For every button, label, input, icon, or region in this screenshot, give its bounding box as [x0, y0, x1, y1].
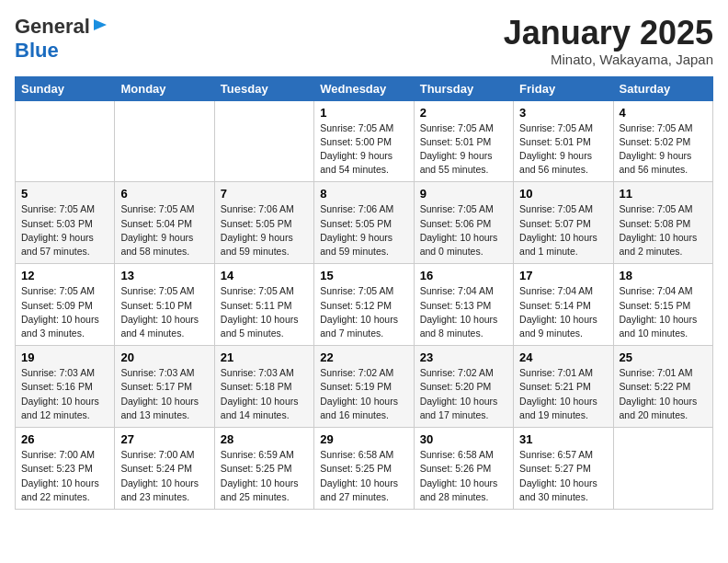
calendar-header-tuesday: Tuesday [214, 76, 313, 100]
day-number: 30 [420, 432, 507, 446]
day-number: 24 [519, 350, 607, 364]
day-info: Sunrise: 7:05 AM Sunset: 5:12 PM Dayligh… [320, 284, 407, 340]
day-number: 25 [620, 350, 707, 364]
day-info: Sunrise: 7:03 AM Sunset: 5:16 PM Dayligh… [21, 366, 108, 422]
day-number: 27 [120, 432, 208, 446]
day-number: 17 [519, 269, 607, 282]
day-info: Sunrise: 7:05 AM Sunset: 5:06 PM Dayligh… [420, 202, 507, 259]
calendar-week-3: 19Sunrise: 7:03 AM Sunset: 5:16 PM Dayli… [16, 346, 713, 428]
calendar-cell: 11Sunrise: 7:05 AM Sunset: 5:08 PM Dayli… [613, 182, 712, 264]
svg-marker-0 [94, 19, 107, 30]
calendar-header-wednesday: Wednesday [314, 76, 414, 100]
calendar-cell: 29Sunrise: 6:58 AM Sunset: 5:25 PM Dayli… [314, 428, 414, 510]
day-info: Sunrise: 7:03 AM Sunset: 5:18 PM Dayligh… [221, 366, 308, 422]
day-info: Sunrise: 7:05 AM Sunset: 5:10 PM Dayligh… [120, 284, 208, 340]
day-number: 29 [320, 432, 407, 446]
day-number: 1 [320, 106, 407, 120]
day-number: 13 [120, 269, 208, 282]
day-info: Sunrise: 7:02 AM Sunset: 5:19 PM Dayligh… [320, 366, 407, 422]
calendar-header-row: SundayMondayTuesdayWednesdayThursdayFrid… [16, 76, 713, 100]
day-info: Sunrise: 7:03 AM Sunset: 5:17 PM Dayligh… [120, 366, 208, 422]
calendar-cell: 9Sunrise: 7:05 AM Sunset: 5:06 PM Daylig… [414, 182, 513, 264]
day-number: 11 [620, 187, 707, 201]
calendar-week-1: 5Sunrise: 7:05 AM Sunset: 5:03 PM Daylig… [16, 182, 713, 264]
calendar-cell [16, 100, 115, 182]
day-info: Sunrise: 7:05 AM Sunset: 5:07 PM Dayligh… [519, 202, 607, 259]
day-info: Sunrise: 7:05 AM Sunset: 5:00 PM Dayligh… [320, 121, 407, 178]
day-number: 22 [320, 350, 407, 364]
day-info: Sunrise: 7:04 AM Sunset: 5:14 PM Dayligh… [519, 284, 607, 340]
day-info: Sunrise: 7:05 AM Sunset: 5:02 PM Dayligh… [620, 121, 707, 178]
day-number: 18 [620, 269, 707, 282]
day-number: 14 [221, 269, 308, 282]
day-number: 5 [21, 187, 108, 201]
day-number: 6 [120, 187, 208, 201]
calendar-cell: 30Sunrise: 6:58 AM Sunset: 5:26 PM Dayli… [414, 428, 513, 510]
day-info: Sunrise: 6:57 AM Sunset: 5:27 PM Dayligh… [519, 448, 607, 504]
calendar-cell: 10Sunrise: 7:05 AM Sunset: 5:07 PM Dayli… [514, 182, 613, 264]
calendar-header-monday: Monday [115, 76, 214, 100]
day-number: 28 [221, 432, 308, 446]
day-number: 23 [420, 350, 507, 364]
calendar-cell: 2Sunrise: 7:05 AM Sunset: 5:01 PM Daylig… [414, 100, 513, 182]
calendar-cell: 24Sunrise: 7:01 AM Sunset: 5:21 PM Dayli… [514, 346, 613, 428]
header: General Blue January 2025 Minato, Wakaya… [15, 15, 713, 67]
calendar-header-friday: Friday [514, 76, 613, 100]
calendar-cell: 19Sunrise: 7:03 AM Sunset: 5:16 PM Dayli… [16, 346, 115, 428]
calendar-week-2: 12Sunrise: 7:05 AM Sunset: 5:09 PM Dayli… [16, 264, 713, 346]
calendar-week-4: 26Sunrise: 7:00 AM Sunset: 5:23 PM Dayli… [16, 428, 713, 510]
calendar-cell: 12Sunrise: 7:05 AM Sunset: 5:09 PM Dayli… [16, 264, 115, 346]
day-info: Sunrise: 7:05 AM Sunset: 5:03 PM Dayligh… [21, 202, 108, 259]
day-info: Sunrise: 7:05 AM Sunset: 5:04 PM Dayligh… [120, 202, 208, 259]
day-info: Sunrise: 7:04 AM Sunset: 5:15 PM Dayligh… [620, 284, 707, 340]
calendar-cell: 6Sunrise: 7:05 AM Sunset: 5:04 PM Daylig… [115, 182, 214, 264]
day-info: Sunrise: 6:58 AM Sunset: 5:25 PM Dayligh… [320, 448, 407, 504]
calendar-cell [613, 428, 712, 510]
logo: General Blue [15, 15, 108, 63]
logo-blue-text: Blue [15, 39, 59, 62]
calendar-cell: 14Sunrise: 7:05 AM Sunset: 5:11 PM Dayli… [214, 264, 313, 346]
day-info: Sunrise: 6:58 AM Sunset: 5:26 PM Dayligh… [420, 448, 507, 504]
day-info: Sunrise: 7:05 AM Sunset: 5:01 PM Dayligh… [519, 121, 607, 178]
calendar-cell: 18Sunrise: 7:04 AM Sunset: 5:15 PM Dayli… [613, 264, 712, 346]
calendar-cell: 25Sunrise: 7:01 AM Sunset: 5:22 PM Dayli… [613, 346, 712, 428]
day-number: 12 [21, 269, 108, 282]
calendar-cell: 1Sunrise: 7:05 AM Sunset: 5:00 PM Daylig… [314, 100, 414, 182]
day-info: Sunrise: 7:05 AM Sunset: 5:08 PM Dayligh… [620, 202, 707, 259]
day-info: Sunrise: 6:59 AM Sunset: 5:25 PM Dayligh… [221, 448, 308, 504]
day-number: 3 [519, 106, 607, 120]
title-area: January 2025 Minato, Wakayama, Japan [504, 15, 713, 67]
day-info: Sunrise: 7:02 AM Sunset: 5:20 PM Dayligh… [420, 366, 507, 422]
logo-general-text: General [15, 15, 90, 39]
day-number: 21 [221, 350, 308, 364]
day-info: Sunrise: 7:05 AM Sunset: 5:11 PM Dayligh… [221, 284, 308, 340]
logo-arrow-icon [92, 17, 108, 33]
day-info: Sunrise: 7:06 AM Sunset: 5:05 PM Dayligh… [221, 202, 308, 259]
calendar-week-0: 1Sunrise: 7:05 AM Sunset: 5:00 PM Daylig… [16, 100, 713, 182]
calendar-cell: 26Sunrise: 7:00 AM Sunset: 5:23 PM Dayli… [16, 428, 115, 510]
day-number: 26 [21, 432, 108, 446]
day-info: Sunrise: 7:01 AM Sunset: 5:22 PM Dayligh… [620, 366, 707, 422]
day-info: Sunrise: 7:05 AM Sunset: 5:09 PM Dayligh… [21, 284, 108, 340]
day-number: 31 [519, 432, 607, 446]
calendar-cell: 5Sunrise: 7:05 AM Sunset: 5:03 PM Daylig… [16, 182, 115, 264]
calendar-cell: 3Sunrise: 7:05 AM Sunset: 5:01 PM Daylig… [514, 100, 613, 182]
day-info: Sunrise: 7:01 AM Sunset: 5:21 PM Dayligh… [519, 366, 607, 422]
calendar-cell: 15Sunrise: 7:05 AM Sunset: 5:12 PM Dayli… [314, 264, 414, 346]
calendar-cell: 28Sunrise: 6:59 AM Sunset: 5:25 PM Dayli… [214, 428, 313, 510]
day-info: Sunrise: 7:06 AM Sunset: 5:05 PM Dayligh… [320, 202, 407, 259]
day-number: 4 [620, 106, 707, 120]
calendar-cell [115, 100, 214, 182]
day-number: 7 [221, 187, 308, 201]
calendar-cell: 7Sunrise: 7:06 AM Sunset: 5:05 PM Daylig… [214, 182, 313, 264]
calendar-cell: 20Sunrise: 7:03 AM Sunset: 5:17 PM Dayli… [115, 346, 214, 428]
calendar-header-saturday: Saturday [613, 76, 712, 100]
calendar-cell: 13Sunrise: 7:05 AM Sunset: 5:10 PM Dayli… [115, 264, 214, 346]
day-number: 9 [420, 187, 507, 201]
month-title: January 2025 [504, 15, 713, 52]
calendar-cell: 16Sunrise: 7:04 AM Sunset: 5:13 PM Dayli… [414, 264, 513, 346]
calendar-table: SundayMondayTuesdayWednesdayThursdayFrid… [15, 76, 713, 510]
calendar-header-thursday: Thursday [414, 76, 513, 100]
day-number: 2 [420, 106, 507, 120]
day-number: 20 [120, 350, 208, 364]
